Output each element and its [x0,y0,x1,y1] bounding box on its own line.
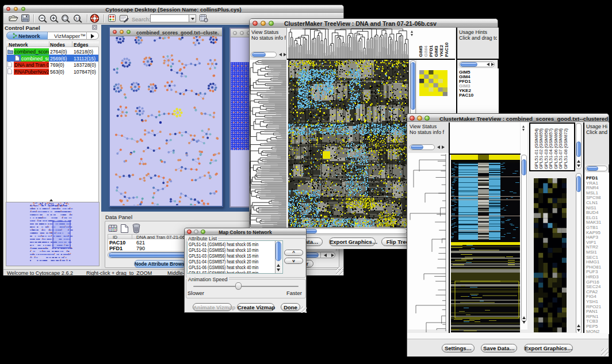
svg-text:1:1: 1:1 [75,17,80,20]
